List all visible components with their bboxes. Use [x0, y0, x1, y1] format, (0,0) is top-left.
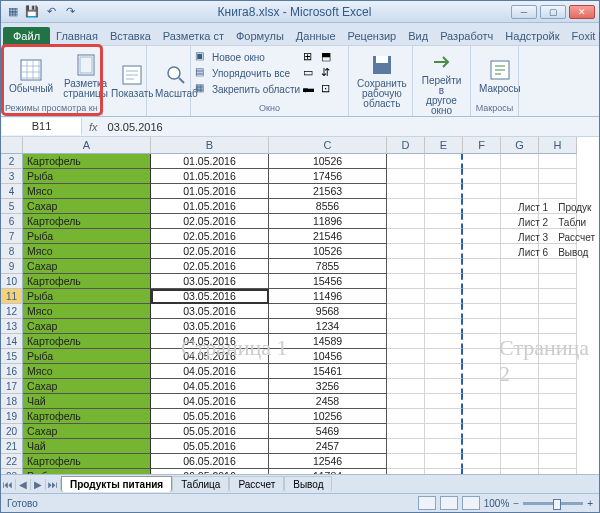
cell-c[interactable]: 1234	[269, 319, 387, 334]
cell-empty[interactable]	[425, 349, 463, 364]
cell-empty[interactable]	[425, 334, 463, 349]
cell-b[interactable]: 01.05.2016	[151, 184, 269, 199]
switch-windows-button[interactable]: Перейти в другое окно	[417, 48, 466, 118]
sheet-tab[interactable]: Вывод	[284, 476, 332, 492]
row-header[interactable]: 12	[1, 304, 23, 319]
cell-empty[interactable]	[387, 169, 425, 184]
worksheet[interactable]: Страница 1 Страница 2 Лист 1ПродукЛист 2…	[1, 137, 599, 474]
cell-b[interactable]: 03.05.2016	[151, 304, 269, 319]
cell-b[interactable]: 02.05.2016	[151, 214, 269, 229]
save-icon[interactable]: 💾	[24, 4, 40, 20]
cell-empty[interactable]	[425, 394, 463, 409]
cell-empty[interactable]	[463, 229, 501, 244]
cell-empty[interactable]	[463, 199, 501, 214]
cell-empty[interactable]	[501, 289, 539, 304]
maximize-button[interactable]: ▢	[540, 5, 566, 19]
cell-empty[interactable]	[463, 259, 501, 274]
cell-empty[interactable]	[539, 154, 577, 169]
cell-b[interactable]: 01.05.2016	[151, 169, 269, 184]
cell-empty[interactable]	[387, 469, 425, 474]
cell-empty[interactable]	[463, 409, 501, 424]
cell-empty[interactable]	[539, 169, 577, 184]
cell-empty[interactable]	[463, 424, 501, 439]
cell-empty[interactable]	[501, 274, 539, 289]
cell-c[interactable]: 2458	[269, 394, 387, 409]
column-header-E[interactable]: E	[425, 137, 463, 154]
cell-empty[interactable]	[463, 289, 501, 304]
cell-b[interactable]: 05.05.2016	[151, 424, 269, 439]
cell-empty[interactable]	[387, 304, 425, 319]
row-header[interactable]: 19	[1, 409, 23, 424]
row-header[interactable]: 15	[1, 349, 23, 364]
cell-a[interactable]: Рыба	[23, 469, 151, 474]
sheet-tab[interactable]: Продукты питания	[61, 476, 172, 492]
row-header[interactable]: 18	[1, 394, 23, 409]
cell-c[interactable]: 15456	[269, 274, 387, 289]
cell-c[interactable]: 5469	[269, 424, 387, 439]
row-header[interactable]: 5	[1, 199, 23, 214]
save-workspace-button[interactable]: Сохранить рабочую область	[353, 51, 411, 111]
ribbon-tab-1[interactable]: Вставка	[104, 27, 157, 45]
cell-c[interactable]: 11784	[269, 469, 387, 474]
cell-empty[interactable]	[425, 304, 463, 319]
cell-empty[interactable]	[463, 454, 501, 469]
row-header[interactable]: 16	[1, 364, 23, 379]
cell-a[interactable]: Мясо	[23, 184, 151, 199]
reset-pos-icon[interactable]: ⊡	[321, 82, 331, 95]
cell-a[interactable]: Рыба	[23, 169, 151, 184]
cell-b[interactable]: 05.05.2016	[151, 409, 269, 424]
cell-empty[interactable]	[463, 349, 501, 364]
row-header[interactable]: 23	[1, 469, 23, 474]
cell-empty[interactable]	[539, 469, 577, 474]
cell-empty[interactable]	[463, 154, 501, 169]
cell-empty[interactable]	[501, 154, 539, 169]
cell-b[interactable]: 04.05.2016	[151, 334, 269, 349]
cell-empty[interactable]	[539, 184, 577, 199]
cell-empty[interactable]	[425, 364, 463, 379]
row-header[interactable]: 21	[1, 439, 23, 454]
cell-empty[interactable]	[425, 409, 463, 424]
tab-first[interactable]: ⏮	[1, 479, 16, 490]
normal-view-icon[interactable]	[418, 496, 436, 510]
zoom-out[interactable]: −	[513, 498, 519, 509]
row-header[interactable]: 22	[1, 454, 23, 469]
cell-empty[interactable]	[463, 244, 501, 259]
cell-empty[interactable]	[501, 334, 539, 349]
fx-icon[interactable]: fx	[83, 121, 104, 133]
cell-empty[interactable]	[539, 289, 577, 304]
row-header[interactable]: 6	[1, 214, 23, 229]
cell-empty[interactable]	[387, 439, 425, 454]
cell-empty[interactable]	[501, 394, 539, 409]
cell-c[interactable]: 14589	[269, 334, 387, 349]
cell-b[interactable]: 05.05.2016	[151, 439, 269, 454]
cell-empty[interactable]	[539, 424, 577, 439]
cell-a[interactable]: Сахар	[23, 199, 151, 214]
cell-empty[interactable]	[387, 349, 425, 364]
ribbon-tab-5[interactable]: Рецензир	[342, 27, 403, 45]
cell-a[interactable]: Картофель	[23, 154, 151, 169]
cell-empty[interactable]	[425, 319, 463, 334]
name-box[interactable]: B11	[2, 118, 82, 135]
cell-empty[interactable]	[387, 154, 425, 169]
cell-empty[interactable]	[425, 154, 463, 169]
cell-empty[interactable]	[425, 424, 463, 439]
cell-empty[interactable]	[387, 454, 425, 469]
row-header[interactable]: 2	[1, 154, 23, 169]
ribbon-tab-9[interactable]: Foxit PDF	[566, 27, 600, 45]
row-header[interactable]: 14	[1, 334, 23, 349]
cell-b[interactable]: 03.05.2016	[151, 274, 269, 289]
macros-button[interactable]: Макросы	[475, 56, 525, 96]
cell-c[interactable]: 11896	[269, 214, 387, 229]
cell-empty[interactable]	[501, 424, 539, 439]
cell-b[interactable]: 06.05.2016	[151, 454, 269, 469]
page-layout-view-icon[interactable]	[440, 496, 458, 510]
cell-empty[interactable]	[501, 364, 539, 379]
cell-empty[interactable]	[539, 319, 577, 334]
cell-a[interactable]: Картофель	[23, 334, 151, 349]
cell-b[interactable]: 04.05.2016	[151, 394, 269, 409]
cell-empty[interactable]	[501, 379, 539, 394]
cell-empty[interactable]	[501, 454, 539, 469]
column-header-B[interactable]: B	[151, 137, 269, 154]
cell-a[interactable]: Сахар	[23, 319, 151, 334]
new-window-button[interactable]: ▣Новое окно	[195, 50, 265, 64]
